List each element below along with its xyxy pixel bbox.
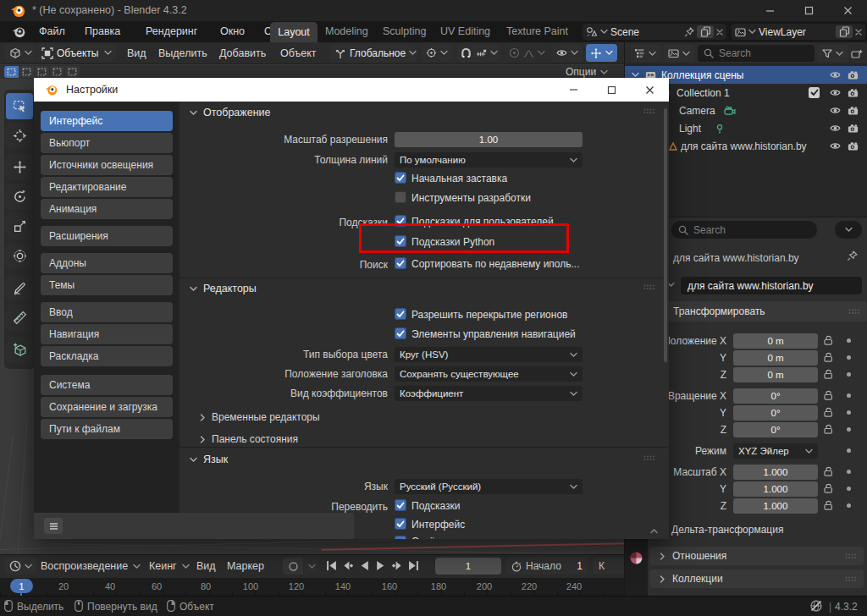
scene-selector[interactable]: Scene — [583, 24, 726, 40]
sort-recent-checkbox[interactable] — [395, 257, 406, 269]
sidebar-item-file-paths[interactable]: Пути к файлам — [41, 419, 173, 439]
menu-add[interactable]: Добавить — [219, 47, 266, 59]
scale-y-field[interactable]: 1.000 — [733, 481, 818, 497]
rotation-z-field[interactable]: 0° — [733, 422, 818, 437]
tool-cursor[interactable] — [6, 123, 33, 149]
animate-dot-icon[interactable] — [847, 503, 851, 508]
sidebar-item-addons[interactable]: Аддоны — [41, 253, 173, 273]
section-editors-header[interactable]: Редакторы — [190, 283, 257, 294]
hide-eye-icon[interactable] — [830, 124, 841, 133]
network-offline-icon[interactable] — [809, 599, 823, 613]
section-language-header[interactable]: Язык — [190, 454, 228, 465]
lock-icon[interactable] — [823, 351, 834, 363]
sidebar-item-navigation[interactable]: Навигация — [41, 324, 173, 344]
region-overlap-checkbox[interactable] — [395, 308, 406, 320]
section-display-header[interactable]: Отображение — [190, 107, 270, 118]
snap-target-icon[interactable] — [476, 48, 487, 58]
outliner-editor-type-button[interactable] — [630, 45, 660, 62]
disable-camera-icon[interactable] — [848, 88, 859, 97]
sidebar-item-interface[interactable]: Интерфейс — [41, 111, 173, 131]
rotation-mode-dropdown[interactable]: XYZ Эйлер — [733, 443, 818, 459]
pivot-point-dropdown[interactable] — [422, 44, 452, 62]
hide-eye-icon[interactable] — [830, 106, 841, 115]
select-mode-new-button[interactable] — [4, 66, 19, 78]
translate-reports-checkbox[interactable] — [395, 536, 406, 539]
lock-icon[interactable] — [823, 499, 834, 511]
jump-to-end-button[interactable] — [408, 560, 419, 571]
minimize-button[interactable] — [750, 0, 789, 21]
editor-type-button[interactable] — [5, 44, 36, 62]
viewlayer-selector[interactable]: ViewLayer — [732, 24, 865, 40]
relations-panel[interactable]: Отношения — [649, 547, 864, 565]
sidebar-item-extensions[interactable]: Расширения — [41, 226, 173, 246]
sidebar-item-save-load[interactable]: Сохранение и загрузка — [41, 397, 173, 417]
sidebar-item-viewport[interactable]: Вьюпорт — [41, 133, 173, 153]
properties-search-input[interactable]: Search — [671, 221, 817, 239]
menu-window[interactable]: Окно — [220, 25, 245, 37]
tool-measure[interactable] — [6, 305, 33, 331]
gizmo-toggle[interactable] — [586, 44, 617, 62]
tool-transform[interactable] — [6, 243, 33, 269]
timeline-editor-type-button[interactable] — [5, 558, 36, 575]
select-mode-invert-button[interactable] — [50, 66, 64, 78]
collection-checkbox[interactable] — [809, 87, 820, 98]
resolution-scale-field[interactable]: 1.00 — [395, 132, 583, 147]
location-z-field[interactable]: 0 m — [733, 367, 818, 382]
panel-grip-icon[interactable] — [845, 576, 857, 582]
panel-grip-icon[interactable] — [848, 309, 860, 315]
current-frame-indicator[interactable]: 1 — [10, 579, 33, 593]
pin-icon[interactable] — [847, 250, 858, 261]
remove-viewlayer-icon[interactable] — [855, 29, 862, 36]
current-frame-field[interactable]: 1 — [435, 558, 501, 575]
preferences-minimize-button[interactable] — [555, 78, 593, 102]
lock-icon[interactable] — [823, 465, 834, 477]
proportional-editing-toggle[interactable] — [505, 44, 549, 62]
select-mode-intersect-button[interactable] — [65, 66, 80, 78]
lock-icon[interactable] — [823, 389, 834, 401]
lock-icon[interactable] — [823, 423, 834, 435]
tab-sculpting[interactable]: Sculpting — [383, 25, 426, 37]
options-dropdown[interactable]: Опции — [566, 66, 608, 78]
menu-file[interactable]: Файл — [39, 25, 65, 37]
animate-dot-icon[interactable] — [847, 372, 851, 377]
factor-display-dropdown[interactable]: Коэффициент — [395, 386, 583, 401]
nav-controls-checkbox[interactable] — [395, 327, 406, 339]
outliner-filter-button[interactable] — [818, 45, 848, 62]
translate-interface-checkbox[interactable] — [395, 518, 406, 530]
disable-camera-icon[interactable] — [848, 124, 859, 133]
preferences-scrollbar[interactable] — [664, 108, 667, 362]
sidebar-item-lights[interactable]: Источники освещения — [41, 155, 173, 175]
tab-texture-paint[interactable]: Texture Paint — [506, 25, 568, 37]
animate-dot-icon[interactable] — [847, 470, 851, 474]
unlink-scene-icon[interactable] — [716, 29, 723, 36]
panel-grip-icon[interactable] — [643, 455, 655, 461]
tool-move[interactable] — [6, 154, 33, 180]
tab-modeling[interactable]: Modeling — [325, 25, 368, 37]
rotation-x-field[interactable]: 0° — [733, 388, 818, 404]
auto-keying-options-button[interactable] — [304, 558, 319, 575]
tab-uv-editing[interactable]: UV Editing — [440, 25, 490, 37]
new-scene-button[interactable] — [697, 25, 714, 38]
auto-keying-toggle[interactable] — [283, 558, 303, 575]
animate-dot-icon[interactable] — [847, 410, 851, 415]
splash-checkbox[interactable] — [395, 172, 406, 184]
frame-end-field[interactable]: К — [593, 558, 624, 575]
animate-dot-icon[interactable] — [847, 448, 851, 453]
menu-object[interactable]: Объект — [280, 47, 317, 59]
material-properties-tab[interactable] — [627, 548, 646, 568]
disable-camera-icon[interactable] — [848, 70, 859, 80]
location-x-field[interactable]: 0 m — [733, 333, 818, 349]
lock-icon[interactable] — [823, 368, 834, 380]
new-collection-button[interactable] — [848, 45, 865, 62]
transform-panel-header[interactable]: Трансформировать — [648, 301, 867, 322]
animate-dot-icon[interactable] — [847, 393, 851, 398]
menu-keying[interactable]: Кеинг — [149, 560, 190, 572]
language-dropdown[interactable]: Русский (Русский) — [395, 479, 583, 494]
animate-dot-icon[interactable] — [847, 355, 851, 360]
header-position-dropdown[interactable]: Сохранять существующее — [395, 366, 583, 382]
sidebar-item-themes[interactable]: Темы — [41, 275, 173, 295]
dev-tools-checkbox[interactable] — [395, 191, 406, 203]
subsection-status-panel[interactable]: Панель состояния — [200, 433, 298, 445]
tool-scale[interactable] — [6, 213, 33, 239]
disclosure-chevron-icon[interactable] — [632, 72, 639, 78]
